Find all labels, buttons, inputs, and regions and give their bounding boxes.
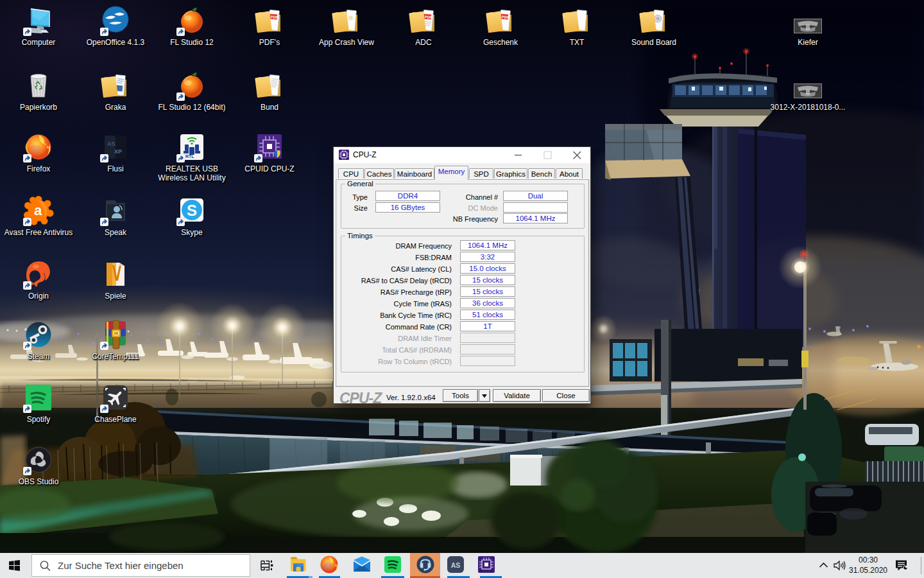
svg-text:AS: AS [451, 561, 461, 569]
svg-text:S: S [187, 202, 197, 219]
svg-text:XP: XP [114, 148, 122, 155]
svg-text:PDF: PDF [271, 15, 278, 19]
svg-text:PDF: PDF [502, 15, 509, 19]
svg-text:RTL: RTL [185, 154, 194, 159]
svg-text:PDF: PDF [425, 15, 432, 19]
svg-text:AS: AS [107, 141, 116, 147]
svg-text:a: a [34, 202, 42, 218]
